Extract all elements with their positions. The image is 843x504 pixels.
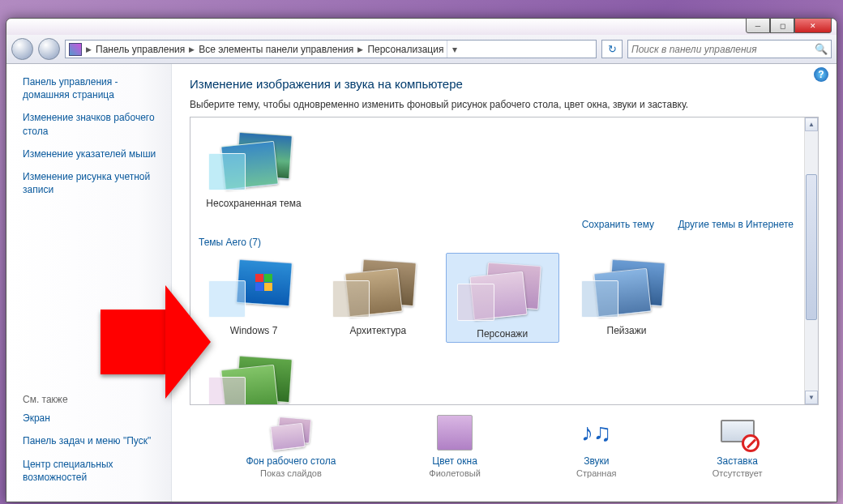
sidebar-related-title: См. также (23, 394, 163, 405)
scroll-down-button[interactable]: ▼ (805, 391, 818, 404)
sidebar-taskbar-link[interactable]: Панель задач и меню "Пуск" (23, 434, 163, 447)
desktop-background-value: Показ слайдов (246, 468, 336, 478)
forward-button[interactable] (38, 38, 60, 60)
scroll-up-button[interactable]: ▲ (805, 117, 818, 131)
sidebar-accessibility-link[interactable]: Центр специальных возможностей (23, 458, 163, 484)
sounds-label: Звуки (574, 455, 619, 467)
theme-label: Пейзажи (570, 325, 683, 336)
breadcrumb-lvl1[interactable]: Все элементы панели управления (195, 41, 357, 58)
theme-windows7[interactable]: Windows 7 (197, 253, 310, 336)
theme-characters[interactable]: Персонажи (446, 253, 559, 343)
search-box[interactable]: 🔍 (627, 40, 832, 58)
sidebar-display-link[interactable]: Экран (23, 412, 163, 425)
sidebar-desktop-icons-link[interactable]: Изменение значков рабочего стола (23, 111, 163, 137)
theme-label: Персонажи (449, 328, 556, 340)
window-color-value: Фиолетовый (429, 468, 480, 478)
theme-unsaved[interactable]: Несохраненная тема (197, 126, 310, 209)
theme-label: Архитектура (321, 325, 434, 336)
window-color-label: Цвет окна (429, 455, 480, 467)
breadcrumb-lvl0[interactable]: Панель управления (92, 41, 188, 58)
theme-nature[interactable]: Природа (197, 349, 310, 405)
theme-architecture[interactable]: Архитектура (321, 253, 434, 336)
bottom-settings-row: Фон рабочего стола Показ слайдов Цвет ок… (190, 405, 819, 481)
maximize-button[interactable]: ◻ (770, 18, 794, 33)
sidebar-account-picture-link[interactable]: Изменение рисунка учетной записи (23, 170, 163, 196)
sounds-value: Странная (574, 468, 619, 478)
sounds-button[interactable]: ♪♫ Звуки Странная (574, 415, 619, 478)
titlebar: ─ ◻ ✕ (6, 19, 837, 35)
chevron-right-icon[interactable]: ▶ (357, 45, 363, 53)
main-panel: Изменение изображения и звука на компьют… (172, 64, 837, 502)
minimize-button[interactable]: ─ (746, 18, 770, 33)
sidebar-mouse-pointers-link[interactable]: Изменение указателей мыши (23, 147, 163, 160)
content-area: ? Панель управления - домашняя страница … (6, 64, 837, 502)
sidebar-home-link[interactable]: Панель управления - домашняя страница (23, 75, 163, 101)
help-icon[interactable]: ? (814, 67, 828, 82)
online-themes-link[interactable]: Другие темы в Интернете (678, 219, 794, 230)
search-input[interactable] (631, 44, 815, 55)
scroll-thumb[interactable] (806, 174, 817, 320)
address-bar[interactable]: ▶ Панель управления ▶ Все элементы панел… (65, 40, 597, 58)
desktop-background-label: Фон рабочего стола (246, 455, 336, 467)
theme-label: Несохраненная тема (197, 198, 310, 209)
screensaver-label: Заставка (712, 455, 763, 467)
aero-section-label: Темы Aero (7) (199, 237, 794, 248)
theme-list: ▲ ▼ Несохраненная тема Сохранить тему Др… (190, 117, 819, 405)
page-title: Изменение изображения и звука на компьют… (190, 77, 819, 91)
chevron-right-icon[interactable]: ▶ (86, 45, 92, 53)
close-button[interactable]: ✕ (794, 18, 832, 33)
navbar: ▶ Панель управления ▶ Все элементы панел… (6, 35, 837, 64)
search-icon[interactable]: 🔍 (815, 43, 828, 55)
chevron-right-icon[interactable]: ▶ (189, 45, 195, 53)
window: ─ ◻ ✕ ▶ Панель управления ▶ Все элементы… (6, 18, 837, 502)
breadcrumb-lvl2[interactable]: Персонализация (364, 41, 447, 58)
back-button[interactable] (11, 38, 33, 60)
theme-label: Windows 7 (197, 325, 310, 336)
screensaver-button[interactable]: Заставка Отсутствует (712, 415, 763, 478)
sidebar: Панель управления - домашняя страница Из… (6, 64, 172, 502)
page-description: Выберите тему, чтобы одновременно измени… (190, 99, 819, 110)
window-color-button[interactable]: Цвет окна Фиолетовый (429, 415, 480, 478)
sound-icon: ♪♫ (574, 415, 619, 452)
scrollbar[interactable]: ▲ ▼ (804, 117, 818, 404)
screensaver-value: Отсутствует (712, 468, 763, 478)
save-theme-link[interactable]: Сохранить тему (582, 219, 654, 230)
address-dropdown[interactable]: ▾ (447, 41, 461, 58)
none-icon (742, 434, 760, 452)
refresh-button[interactable]: ↻ (601, 40, 623, 58)
desktop-background-button[interactable]: Фон рабочего стола Показ слайдов (246, 415, 336, 478)
control-panel-icon (69, 43, 82, 56)
theme-landscapes[interactable]: Пейзажи (570, 253, 683, 336)
